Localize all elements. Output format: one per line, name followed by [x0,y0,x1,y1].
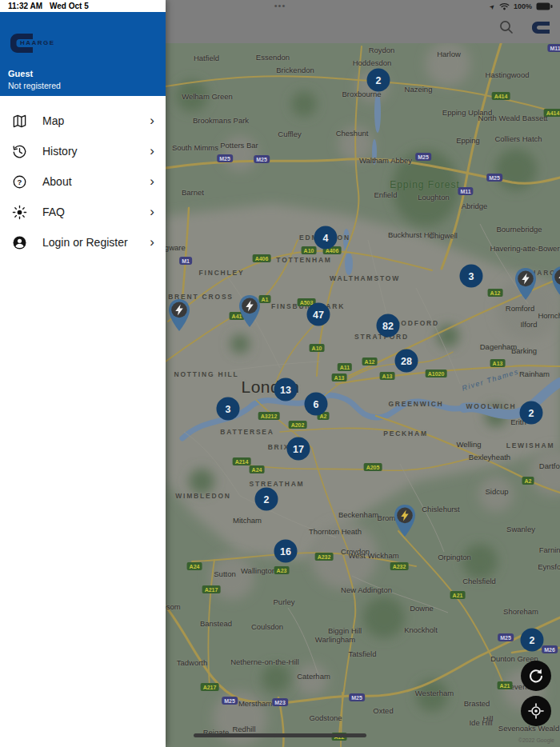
chevron-right-icon: › [150,144,154,158]
cluster-marker[interactable]: 2 [520,401,543,425]
cluster-marker[interactable]: 2 [255,488,278,511]
home-indicator[interactable] [194,733,366,737]
location-arrow-icon: ➤ [488,2,497,10]
refresh-button[interactable] [521,661,551,691]
chevron-right-icon: › [150,235,154,249]
login-icon [11,234,27,250]
chevron-right-icon: › [150,114,154,127]
battery-percent: 100% [514,2,532,10]
sidebar-item-faq[interactable]: FAQ› [0,197,166,227]
sidebar-item-history[interactable]: History› [0,136,166,166]
map-attribution: ©2022 Google [518,737,554,743]
about-icon: ? [11,174,27,190]
cluster-marker[interactable]: 28 [395,350,418,373]
drawer-menu: Map›History›?About›FAQ›Login or Register… [0,106,166,258]
cluster-marker[interactable]: 16 [274,540,298,563]
charger-pin[interactable] [168,298,191,332]
sidebar-item-login-or-register[interactable]: Login or Register› [0,227,166,258]
charger-pin[interactable] [394,504,417,537]
sidebar-item-label: About [42,175,150,188]
battery-icon [536,2,553,10]
sidebar-item-label: FAQ [42,206,150,218]
status-bar-left: 11:32 AM Wed Oct 5 [8,2,89,10]
cluster-marker[interactable]: 4 [314,226,338,250]
refresh-icon [528,668,544,684]
app-logo: HAARGE [10,31,106,55]
sidebar-item-about[interactable]: ?About› [0,166,166,197]
app-logo-wordmark: HAARGE [20,39,55,46]
cluster-marker[interactable]: 82 [377,314,400,338]
chevron-right-icon: › [150,174,154,188]
map-icon [11,113,27,129]
user-name: Guest [8,69,33,78]
sidebar-item-map[interactable]: Map› [0,106,166,136]
my-location-button[interactable] [521,696,551,726]
cluster-marker[interactable]: 47 [307,303,330,326]
wifi-icon [499,2,510,10]
status-icons: ➤ 100% [490,2,553,10]
charger-pin[interactable] [238,294,262,328]
app-screen: London Epping Forest River Thames Hatfie… [0,0,560,747]
svg-text:?: ? [17,177,22,186]
crosshair-icon [528,703,544,719]
status-date: Wed Oct 5 [50,2,89,10]
user-status: Not registered [8,81,61,90]
charger-pin[interactable] [551,266,560,299]
app-logo-icon[interactable] [531,21,550,34]
charger-pin[interactable] [514,267,538,301]
cluster-marker[interactable]: 3 [217,397,240,421]
sidebar-item-label: History [42,145,150,158]
drawer-header: HAARGE Guest Not registered [0,12,166,96]
status-time: 11:32 AM [8,2,42,10]
search-icon[interactable] [499,20,514,34]
faq-icon [11,204,27,220]
cluster-marker[interactable]: 2 [367,69,390,92]
cluster-marker[interactable]: 2 [521,629,544,652]
cluster-marker[interactable]: 13 [274,378,298,401]
sidebar-item-label: Login or Register [42,236,150,249]
cluster-marker[interactable]: 6 [305,393,328,416]
cluster-marker[interactable]: 17 [287,437,310,461]
multitask-handle-icon[interactable]: ••• [274,1,286,10]
sidebar-item-label: Map [42,114,150,127]
cluster-marker[interactable]: 3 [460,265,483,288]
history-icon [11,143,27,159]
navigation-drawer: 11:32 AM Wed Oct 5 HAARGE Guest Not regi… [0,0,166,747]
chevron-right-icon: › [150,205,154,218]
